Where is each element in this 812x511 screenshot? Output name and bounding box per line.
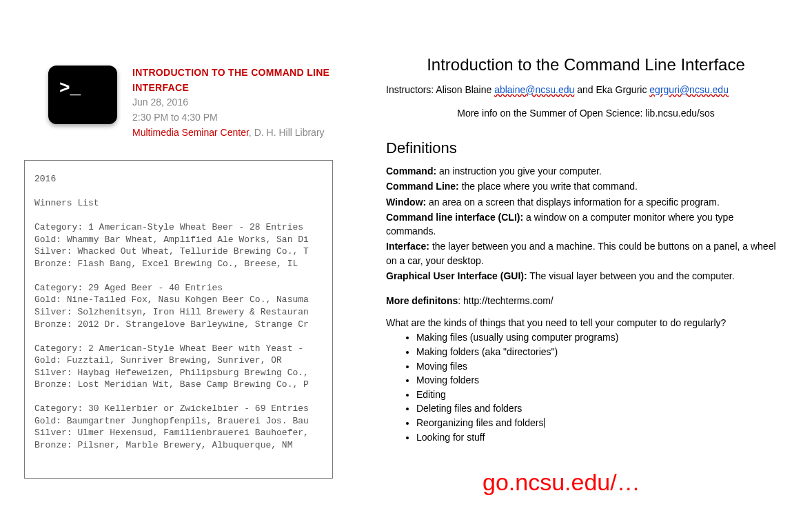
- definitions-list: Command: an instruction you give your co…: [386, 164, 786, 283]
- event-time: 2:30 PM to 4:30 PM: [132, 110, 338, 126]
- instructor-email-1[interactable]: ablaine@ncsu.edu: [494, 84, 574, 95]
- definition-line: Command Line: the place where you write …: [386, 179, 786, 193]
- definition-body: The visual layer between you and the com…: [527, 270, 735, 281]
- definitions-heading: Definitions: [386, 139, 786, 157]
- event-location: Multimedia Seminar Center, D. H. Hill Li…: [132, 126, 338, 141]
- instructor-email-2[interactable]: egrguri@ncsu.edu: [649, 84, 729, 95]
- definition-body: an area on a screen that displays inform…: [426, 197, 720, 208]
- definition-line: Interface: the layer between you and a m…: [386, 239, 786, 268]
- definition-line: Command: an instruction you give your co…: [386, 164, 786, 178]
- task-item: Making files (usually using computer pro…: [416, 331, 786, 345]
- definition-term: Command Line:: [386, 181, 459, 192]
- instructors-mid: and Eka Grguric: [577, 84, 649, 95]
- definition-term: Graphical User Interface (GUI):: [386, 270, 527, 281]
- task-item: Moving folders: [416, 374, 786, 388]
- definition-line: Command line interface (CLI): a window o…: [386, 210, 786, 239]
- task-item: Editing: [416, 388, 786, 402]
- tasks-list: Making files (usually using computer pro…: [386, 331, 786, 444]
- task-item: Reorganizing files and folders: [416, 417, 786, 430]
- definition-body: the place where you write that command.: [459, 181, 638, 192]
- sample-text-content: 2016 Winners List Category: 1 American-S…: [34, 173, 323, 452]
- definition-term: Command line interface (CLI):: [386, 212, 523, 223]
- task-item: Deleting files and folders: [416, 402, 786, 416]
- terminal-prompt-glyph: >_: [59, 78, 81, 99]
- text-cursor: [544, 418, 545, 428]
- more-definitions-line: More definitons: http://techterms.com/: [386, 295, 786, 306]
- task-item: Moving files: [416, 360, 786, 374]
- big-url: go.ncsu.edu/…: [483, 469, 640, 496]
- event-title: INTRODUCTION TO THE COMMAND LINE INTERFA…: [132, 66, 338, 95]
- more-info-line: More info on the Summer of Open Science:…: [386, 108, 786, 119]
- more-definitions-label: More definitons: [386, 295, 458, 306]
- event-card: >_ INTRODUCTION TO THE COMMAND LINE INTE…: [48, 66, 338, 140]
- definition-term: Window:: [386, 197, 426, 208]
- definition-term: Interface:: [386, 241, 429, 252]
- terminal-icon: >_: [48, 66, 117, 124]
- definition-line: Window: an area on a screen that display…: [386, 195, 786, 209]
- instructors-line: Instructors: Alison Blaine ablaine@ncsu.…: [386, 84, 786, 95]
- more-definitions-value: : http://techterms.com/: [458, 295, 554, 306]
- definition-body: an instruction you give your computer.: [436, 166, 602, 177]
- tasks-question: What are the kinds of things that you ne…: [386, 317, 786, 328]
- event-date: Jun 28, 2016: [132, 95, 338, 110]
- definition-body: the layer between you and a machine. Thi…: [386, 241, 776, 265]
- definition-line: Graphical User Interface (GUI): The visu…: [386, 269, 786, 283]
- task-item: Looking for stuff: [416, 431, 786, 445]
- event-location-rest: , D. H. Hill Library: [249, 127, 325, 138]
- task-item: Making folders (aka "directories"): [416, 345, 786, 359]
- doc-title: Introduction to the Command Line Interfa…: [386, 55, 786, 74]
- event-meta: INTRODUCTION TO THE COMMAND LINE INTERFA…: [132, 66, 338, 140]
- event-location-link[interactable]: Multimedia Seminar Center: [132, 127, 249, 138]
- instructors-prefix: Instructors: Alison Blaine: [386, 84, 494, 95]
- definition-term: Command:: [386, 166, 436, 177]
- doc-panel: Introduction to the Command Line Interfa…: [386, 55, 786, 445]
- page-root: >_ INTRODUCTION TO THE COMMAND LINE INTE…: [0, 0, 812, 511]
- sample-text-box: 2016 Winners List Category: 1 American-S…: [24, 160, 333, 479]
